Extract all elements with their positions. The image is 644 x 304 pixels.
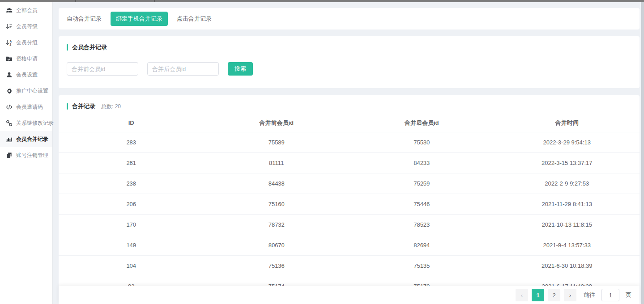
pagination-bar: ‹ 1 2 › 前往 页 (59, 286, 640, 304)
cell-merge-time: 2021-11-29 8:41:13 (495, 194, 640, 214)
cell-merge-time: 2021-6-30 10:18:39 (495, 255, 640, 276)
cell-merge-time: 2021-10-13 11:8:15 (495, 214, 640, 235)
page-unit-label: 页 (626, 291, 631, 299)
sidebar-item-member-group[interactable]: A2 会员分组 (0, 34, 52, 51)
sidebar-item-label: 关系链修改记录 (16, 119, 54, 127)
cell-before-id: 75160 (204, 194, 350, 214)
search-panel-header: 会员合并记录 (67, 43, 631, 51)
sidebar-item-member-level[interactable]: 会员等级 (0, 18, 52, 34)
sidebar-item-merge-records[interactable]: 会员合并记录 (0, 131, 52, 147)
sidebar-item-label: 推广中心设置 (16, 87, 48, 95)
column-header-merge-time: 合并时间 (495, 114, 640, 132)
cell-before-id: 80670 (204, 235, 350, 255)
cell-id: 206 (59, 194, 204, 214)
cell-merge-time: 2022-3-29 9:54:13 (495, 132, 640, 152)
cell-id: 261 (59, 152, 204, 173)
cell-id: 238 (59, 173, 204, 194)
cell-after-id: 75135 (349, 255, 495, 276)
page-button-2[interactable]: 2 (548, 289, 560, 301)
cell-before-id: 81111 (204, 152, 350, 173)
table-header-row: ID 合并前会员id 合并后会员id 合并时间 (59, 114, 640, 132)
bar-chart-icon (6, 136, 13, 143)
cell-id: 283 (59, 132, 204, 152)
records-total-label: 总数: 20 (101, 103, 121, 110)
next-page-button[interactable]: › (564, 289, 576, 301)
cell-after-id: 78523 (349, 214, 495, 235)
cell-before-id: 84438 (204, 173, 350, 194)
sidebar-item-account-cancel[interactable]: 账号注销管理 (0, 147, 52, 163)
sidebar-item-label: 账号注销管理 (16, 152, 48, 159)
cell-before-id: 75136 (204, 255, 350, 276)
cell-before-id: 78732 (204, 214, 350, 235)
search-panel-title: 会员合并记录 (72, 43, 107, 51)
cell-merge-time: 2022-2-9 9:27:53 (495, 173, 640, 194)
section-accent-bar (67, 44, 68, 51)
table-row: 261 81111 84233 2022-3-15 13:37:17 (59, 152, 640, 173)
goto-page-input[interactable] (601, 289, 619, 301)
tab-auto-merge[interactable]: 自动合并记录 (67, 12, 102, 26)
next-page-icon: › (569, 292, 571, 299)
file-copy-icon (6, 152, 13, 159)
tab-click-merge[interactable]: 点击合并记录 (177, 12, 212, 26)
sidebar-item-promotion-settings[interactable]: 推广中心设置 (0, 83, 52, 99)
vertical-scrollbar[interactable] (641, 0, 644, 304)
tab-bar: 自动合并记录 绑定手机合并记录 点击合并记录 (59, 8, 640, 30)
sidebar-item-label: 会员设置 (16, 71, 38, 79)
cell-after-id: 84233 (349, 152, 495, 173)
table-row: 206 75160 75446 2021-11-29 8:41:13 (59, 194, 640, 214)
svg-text:2: 2 (9, 42, 11, 46)
search-button[interactable]: 搜索 (228, 62, 253, 76)
cell-after-id: 75259 (349, 173, 495, 194)
merge-after-id-input[interactable] (147, 62, 219, 76)
sidebar-item-member-settings[interactable]: 会员设置 (0, 67, 52, 83)
sidebar-item-invite-code[interactable]: 会员邀请码 (0, 99, 52, 115)
table-row: 149 80670 82694 2021-9-4 13:57:33 (59, 235, 640, 255)
users-icon (6, 7, 13, 14)
sidebar-item-label: 会员分组 (16, 39, 38, 46)
cell-after-id: 75530 (349, 132, 495, 152)
goto-label: 前往 (584, 291, 595, 299)
main-content: 自动合并记录 绑定手机合并记录 点击合并记录 会员合并记录 搜索 合并记录 总数… (59, 2, 640, 304)
cell-before-id: 75589 (204, 132, 350, 152)
sort-level-icon (6, 23, 13, 30)
section-accent-bar (67, 103, 68, 110)
sidebar-item-label: 全部会员 (16, 7, 38, 14)
table-row: 104 75136 75135 2021-6-30 10:18:39 (59, 255, 640, 276)
sidebar-item-label: 会员邀请码 (16, 103, 43, 111)
prev-page-icon: ‹ (521, 292, 523, 299)
table-row: 238 84438 75259 2022-2-9 9:27:53 (59, 173, 640, 194)
browser-tab-separator (154, 0, 155, 2)
cell-merge-time: 2021-9-4 13:57:33 (495, 235, 640, 255)
records-panel-title: 合并记录 (72, 102, 95, 110)
browser-tab-separator (75, 0, 76, 2)
merge-records-table: ID 合并前会员id 合并后会员id 合并时间 283 75589 75530 … (59, 114, 640, 297)
sort-group-icon: A2 (6, 39, 13, 46)
prev-page-button[interactable]: ‹ (516, 289, 528, 301)
sidebar-item-all-members[interactable]: 全部会员 (0, 2, 52, 18)
link-icon (6, 120, 13, 127)
sidebar-item-label: 资格申请 (16, 55, 38, 63)
user-icon (6, 72, 13, 78)
browser-chrome-strip (0, 0, 644, 2)
folder-check-icon (6, 55, 13, 62)
merge-before-id-input[interactable] (67, 62, 138, 76)
sidebar-item-label: 会员合并记录 (16, 135, 48, 143)
cell-id: 170 (59, 214, 204, 235)
column-header-id: ID (59, 114, 204, 132)
sidebar: 全部会员 会员等级 A2 会员分组 资格申请 会员设置 推广中心设置 会员邀请码… (0, 2, 53, 304)
cell-merge-time: 2022-3-15 13:37:17 (495, 152, 640, 173)
column-header-after-id: 合并后会员id (349, 114, 495, 132)
sidebar-item-qualification[interactable]: 资格申请 (0, 51, 52, 67)
tab-bind-phone-merge[interactable]: 绑定手机合并记录 (111, 12, 168, 26)
column-header-before-id: 合并前会员id (204, 114, 350, 132)
sidebar-item-relation-log[interactable]: 关系链修改记录 (0, 115, 52, 131)
cell-id: 149 (59, 235, 204, 255)
search-panel: 会员合并记录 搜索 (59, 36, 640, 88)
page-button-1[interactable]: 1 (532, 289, 544, 301)
cell-after-id: 82694 (349, 235, 495, 255)
code-icon (6, 104, 13, 110)
cell-after-id: 75446 (349, 194, 495, 214)
gear-icon (6, 88, 13, 94)
svg-text:A: A (9, 39, 12, 42)
records-panel-header: 合并记录 总数: 20 (59, 102, 640, 110)
